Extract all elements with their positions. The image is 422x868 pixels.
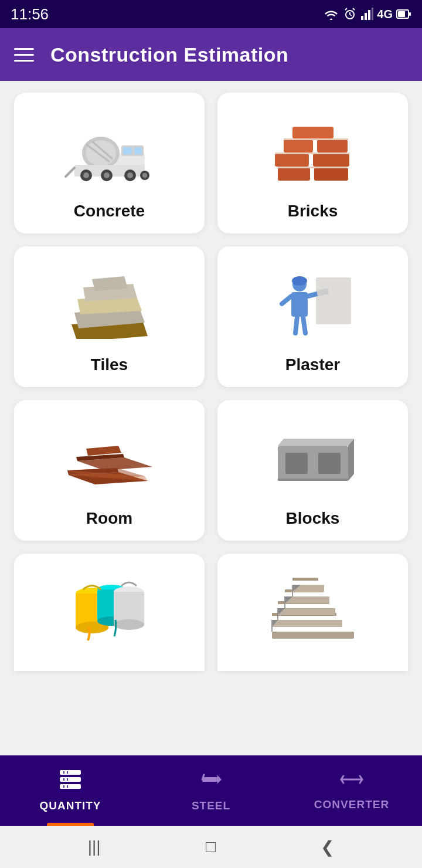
- svg-point-47: [292, 276, 307, 286]
- svg-line-52: [295, 317, 297, 333]
- status-icons: 4G: [323, 7, 411, 21]
- main-content: Concrete: [0, 81, 422, 755]
- svg-rect-45: [316, 277, 351, 324]
- svg-line-53: [303, 317, 305, 333]
- svg-rect-101: [67, 778, 68, 781]
- svg-rect-80: [278, 608, 335, 615]
- svg-rect-15: [134, 147, 142, 154]
- blocks-image: [266, 422, 360, 499]
- app-title: Construction Estimation: [50, 43, 288, 66]
- nav-quantity[interactable]: QUANTITY: [0, 755, 141, 826]
- steel-nav-label: STEEL: [192, 799, 230, 812]
- svg-rect-95: [60, 777, 81, 782]
- room-label: Room: [86, 509, 132, 528]
- alarm-icon: [343, 7, 357, 21]
- hamburger-menu[interactable]: [14, 48, 34, 62]
- nav-steel[interactable]: STEEL: [141, 755, 281, 826]
- blocks-label: Blocks: [286, 509, 340, 528]
- svg-line-2: [350, 15, 352, 16]
- svg-rect-6: [365, 13, 367, 20]
- wifi-icon: [323, 8, 339, 21]
- bricks-label: Bricks: [288, 202, 338, 221]
- svg-rect-35: [317, 140, 348, 152]
- svg-rect-102: [67, 785, 68, 788]
- back-button[interactable]: ❮: [321, 838, 334, 857]
- svg-rect-64: [285, 453, 308, 474]
- signal-icon: [360, 8, 373, 21]
- svg-rect-8: [372, 8, 373, 20]
- battery-icon: [396, 8, 411, 21]
- plaster-label: Plaster: [285, 355, 340, 374]
- home-button[interactable]: □: [206, 838, 216, 856]
- svg-rect-99: [63, 785, 64, 788]
- svg-point-26: [127, 172, 133, 178]
- bricks-card[interactable]: Bricks: [217, 93, 408, 233]
- recent-apps-button[interactable]: |||: [88, 838, 101, 856]
- concrete-image: [63, 115, 156, 191]
- bottom-navigation: QUANTITY STEEL CONVERTER: [0, 755, 422, 826]
- svg-rect-38: [275, 152, 350, 154]
- staircase-icon: [269, 573, 357, 643]
- svg-rect-100: [67, 771, 68, 774]
- concrete-icon: [63, 121, 156, 185]
- svg-marker-44: [92, 276, 128, 291]
- svg-rect-37: [278, 167, 348, 168]
- plaster-image: [266, 269, 360, 345]
- svg-rect-103: [202, 777, 220, 782]
- svg-point-24: [104, 172, 110, 178]
- svg-rect-78: [272, 620, 342, 627]
- paint-image: [63, 570, 156, 646]
- bricks-image: [266, 115, 360, 191]
- nav-converter[interactable]: CONVERTER: [281, 755, 422, 826]
- concrete-card[interactable]: Concrete: [14, 93, 205, 233]
- app-header: Construction Estimation: [0, 28, 422, 81]
- tiles-label: Tiles: [91, 355, 128, 374]
- status-bar: 11:56 4G: [0, 0, 422, 28]
- svg-rect-82: [285, 596, 329, 603]
- svg-rect-7: [368, 10, 370, 20]
- converter-icon: [339, 770, 365, 794]
- network-type: 4G: [377, 8, 393, 21]
- blocks-card[interactable]: Blocks: [217, 400, 408, 541]
- svg-line-3: [345, 8, 347, 10]
- tiles-image: [63, 269, 156, 345]
- svg-marker-60: [86, 446, 121, 456]
- svg-rect-39: [284, 138, 348, 140]
- steel-icon: [199, 769, 223, 795]
- svg-marker-62: [278, 439, 354, 446]
- tiles-card[interactable]: Tiles: [14, 246, 205, 387]
- svg-rect-77: [272, 632, 354, 639]
- room-card[interactable]: Room: [14, 400, 205, 541]
- svg-point-28: [142, 173, 147, 178]
- staircase-card[interactable]: [217, 554, 408, 671]
- svg-marker-63: [348, 439, 354, 481]
- svg-rect-97: [63, 771, 64, 774]
- paint-card[interactable]: [14, 554, 205, 671]
- bricks-icon: [272, 121, 354, 185]
- svg-line-49: [282, 296, 291, 304]
- svg-line-4: [353, 8, 355, 10]
- staircase-image: [266, 570, 360, 646]
- svg-rect-30: [278, 168, 310, 181]
- svg-rect-98: [63, 778, 64, 781]
- plaster-icon: [269, 272, 357, 342]
- plaster-card[interactable]: Plaster: [217, 246, 408, 387]
- svg-rect-5: [361, 16, 363, 20]
- card-grid: Concrete: [14, 93, 408, 671]
- svg-rect-10: [409, 12, 411, 16]
- time: 11:56: [11, 5, 49, 23]
- svg-rect-67: [278, 479, 348, 481]
- tiles-icon: [66, 274, 154, 339]
- svg-rect-48: [291, 292, 308, 317]
- svg-rect-31: [314, 168, 348, 181]
- svg-rect-94: [60, 770, 81, 775]
- concrete-label: Concrete: [74, 202, 145, 221]
- svg-rect-33: [313, 154, 349, 167]
- svg-rect-66: [309, 453, 317, 474]
- converter-nav-label: CONVERTER: [314, 798, 389, 811]
- svg-rect-85: [292, 578, 318, 581]
- svg-rect-14: [123, 147, 132, 154]
- paint-icon: [66, 573, 154, 643]
- svg-rect-96: [60, 784, 81, 789]
- room-image: [63, 422, 156, 499]
